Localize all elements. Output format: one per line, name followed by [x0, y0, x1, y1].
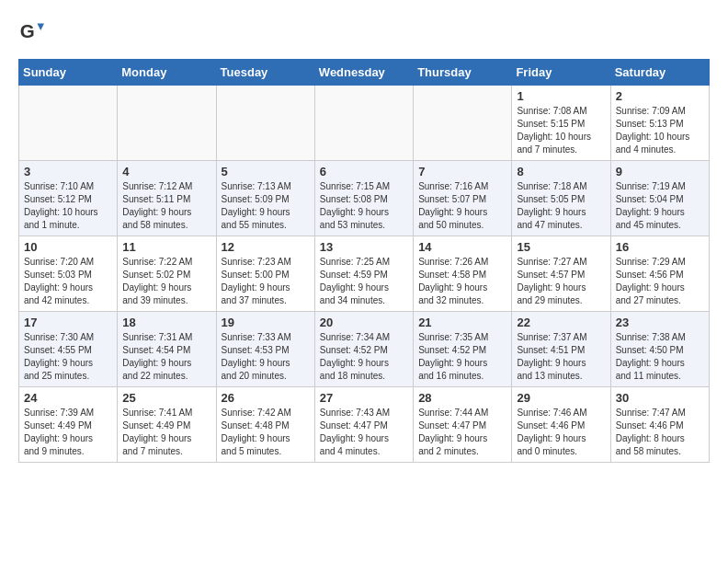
day-number: 13 — [320, 240, 408, 254]
weekday-header: Sunday — [19, 60, 118, 86]
day-number: 25 — [122, 391, 210, 405]
day-info: Sunrise: 7:39 AM Sunset: 4:49 PM Dayligh… — [24, 407, 112, 458]
calendar-cell: 23Sunrise: 7:38 AM Sunset: 4:50 PM Dayli… — [610, 312, 709, 387]
day-info: Sunrise: 7:35 AM Sunset: 4:52 PM Dayligh… — [418, 331, 506, 383]
day-info: Sunrise: 7:22 AM Sunset: 5:02 PM Dayligh… — [122, 256, 210, 307]
day-number: 21 — [418, 316, 506, 329]
calendar-cell: 6Sunrise: 7:15 AM Sunset: 5:08 PM Daylig… — [314, 161, 413, 236]
day-number: 23 — [616, 316, 704, 329]
calendar-cell: 29Sunrise: 7:46 AM Sunset: 4:46 PM Dayli… — [512, 387, 610, 463]
day-number: 30 — [616, 391, 704, 405]
day-number: 26 — [222, 391, 310, 405]
logo-icon: G — [18, 18, 44, 44]
day-info: Sunrise: 7:31 AM Sunset: 4:54 PM Dayligh… — [122, 331, 210, 383]
calendar-cell: 4Sunrise: 7:12 AM Sunset: 5:11 PM Daylig… — [118, 161, 216, 236]
calendar-cell — [314, 86, 413, 161]
day-number: 15 — [517, 240, 605, 254]
day-number: 17 — [24, 316, 112, 329]
day-number: 7 — [418, 165, 506, 178]
calendar-cell: 7Sunrise: 7:16 AM Sunset: 5:07 PM Daylig… — [414, 161, 512, 236]
day-info: Sunrise: 7:18 AM Sunset: 5:05 PM Dayligh… — [517, 180, 605, 232]
day-number: 24 — [24, 391, 112, 405]
weekday-header: Monday — [118, 60, 216, 86]
day-number: 8 — [517, 165, 605, 178]
calendar-cell: 16Sunrise: 7:29 AM Sunset: 4:56 PM Dayli… — [610, 236, 709, 312]
calendar-cell: 5Sunrise: 7:13 AM Sunset: 5:09 PM Daylig… — [216, 161, 314, 236]
day-number: 12 — [222, 240, 310, 254]
calendar-week-row: 3Sunrise: 7:10 AM Sunset: 5:12 PM Daylig… — [19, 161, 710, 236]
day-info: Sunrise: 7:46 AM Sunset: 4:46 PM Dayligh… — [517, 407, 605, 458]
calendar-cell: 12Sunrise: 7:23 AM Sunset: 5:00 PM Dayli… — [216, 236, 314, 312]
day-info: Sunrise: 7:13 AM Sunset: 5:09 PM Dayligh… — [222, 180, 310, 232]
day-info: Sunrise: 7:38 AM Sunset: 4:50 PM Dayligh… — [616, 331, 704, 383]
day-number: 19 — [222, 316, 310, 329]
calendar-cell: 22Sunrise: 7:37 AM Sunset: 4:51 PM Dayli… — [512, 312, 610, 387]
day-number: 18 — [122, 316, 210, 329]
day-number: 16 — [616, 240, 704, 254]
calendar-cell: 28Sunrise: 7:44 AM Sunset: 4:47 PM Dayli… — [414, 387, 512, 463]
calendar-cell: 3Sunrise: 7:10 AM Sunset: 5:12 PM Daylig… — [19, 161, 118, 236]
calendar-cell: 17Sunrise: 7:30 AM Sunset: 4:55 PM Dayli… — [19, 312, 118, 387]
calendar-cell: 24Sunrise: 7:39 AM Sunset: 4:49 PM Dayli… — [19, 387, 118, 463]
day-number: 6 — [320, 165, 408, 178]
day-number: 1 — [517, 89, 605, 103]
day-info: Sunrise: 7:08 AM Sunset: 5:15 PM Dayligh… — [517, 105, 605, 156]
day-info: Sunrise: 7:10 AM Sunset: 5:12 PM Dayligh… — [24, 180, 112, 232]
day-number: 3 — [24, 165, 112, 178]
calendar-cell — [118, 86, 216, 161]
day-info: Sunrise: 7:19 AM Sunset: 5:04 PM Dayligh… — [616, 180, 704, 232]
day-info: Sunrise: 7:33 AM Sunset: 4:53 PM Dayligh… — [222, 331, 310, 383]
calendar-cell — [414, 86, 512, 161]
day-info: Sunrise: 7:47 AM Sunset: 4:46 PM Dayligh… — [616, 407, 704, 458]
calendar-cell: 2Sunrise: 7:09 AM Sunset: 5:13 PM Daylig… — [610, 86, 709, 161]
weekday-header: Tuesday — [216, 60, 314, 86]
day-info: Sunrise: 7:42 AM Sunset: 4:48 PM Dayligh… — [222, 407, 310, 458]
calendar-cell — [216, 86, 314, 161]
day-number: 10 — [24, 240, 112, 254]
day-number: 20 — [320, 316, 408, 329]
day-info: Sunrise: 7:15 AM Sunset: 5:08 PM Dayligh… — [320, 180, 408, 232]
day-number: 9 — [616, 165, 704, 178]
day-info: Sunrise: 7:41 AM Sunset: 4:49 PM Dayligh… — [122, 407, 210, 458]
calendar-cell: 26Sunrise: 7:42 AM Sunset: 4:48 PM Dayli… — [216, 387, 314, 463]
day-info: Sunrise: 7:44 AM Sunset: 4:47 PM Dayligh… — [418, 407, 506, 458]
day-info: Sunrise: 7:43 AM Sunset: 4:47 PM Dayligh… — [320, 407, 408, 458]
svg-text:G: G — [20, 20, 35, 41]
calendar-cell: 21Sunrise: 7:35 AM Sunset: 4:52 PM Dayli… — [414, 312, 512, 387]
calendar-cell: 18Sunrise: 7:31 AM Sunset: 4:54 PM Dayli… — [118, 312, 216, 387]
weekday-header: Saturday — [610, 60, 709, 86]
calendar-cell: 15Sunrise: 7:27 AM Sunset: 4:57 PM Dayli… — [512, 236, 610, 312]
day-info: Sunrise: 7:12 AM Sunset: 5:11 PM Dayligh… — [122, 180, 210, 232]
day-info: Sunrise: 7:16 AM Sunset: 5:07 PM Dayligh… — [418, 180, 506, 232]
day-number: 27 — [320, 391, 408, 405]
day-info: Sunrise: 7:25 AM Sunset: 4:59 PM Dayligh… — [320, 256, 408, 307]
day-info: Sunrise: 7:09 AM Sunset: 5:13 PM Dayligh… — [616, 105, 704, 156]
weekday-header: Friday — [512, 60, 610, 86]
calendar-cell: 30Sunrise: 7:47 AM Sunset: 4:46 PM Dayli… — [610, 387, 709, 463]
calendar-cell: 13Sunrise: 7:25 AM Sunset: 4:59 PM Dayli… — [314, 236, 413, 312]
day-info: Sunrise: 7:20 AM Sunset: 5:03 PM Dayligh… — [24, 256, 112, 307]
calendar-cell: 14Sunrise: 7:26 AM Sunset: 4:58 PM Dayli… — [414, 236, 512, 312]
calendar-cell: 11Sunrise: 7:22 AM Sunset: 5:02 PM Dayli… — [118, 236, 216, 312]
day-number: 28 — [418, 391, 506, 405]
header: G — [18, 18, 710, 44]
calendar-cell: 19Sunrise: 7:33 AM Sunset: 4:53 PM Dayli… — [216, 312, 314, 387]
calendar-week-row: 10Sunrise: 7:20 AM Sunset: 5:03 PM Dayli… — [19, 236, 710, 312]
calendar-cell: 27Sunrise: 7:43 AM Sunset: 4:47 PM Dayli… — [314, 387, 413, 463]
calendar-cell: 9Sunrise: 7:19 AM Sunset: 5:04 PM Daylig… — [610, 161, 709, 236]
svg-marker-1 — [38, 24, 44, 30]
calendar-cell: 10Sunrise: 7:20 AM Sunset: 5:03 PM Dayli… — [19, 236, 118, 312]
day-number: 2 — [616, 89, 704, 103]
day-info: Sunrise: 7:23 AM Sunset: 5:00 PM Dayligh… — [222, 256, 310, 307]
calendar-cell: 25Sunrise: 7:41 AM Sunset: 4:49 PM Dayli… — [118, 387, 216, 463]
day-info: Sunrise: 7:27 AM Sunset: 4:57 PM Dayligh… — [517, 256, 605, 307]
day-info: Sunrise: 7:26 AM Sunset: 4:58 PM Dayligh… — [418, 256, 506, 307]
calendar-cell: 8Sunrise: 7:18 AM Sunset: 5:05 PM Daylig… — [512, 161, 610, 236]
calendar-week-row: 1Sunrise: 7:08 AM Sunset: 5:15 PM Daylig… — [19, 86, 710, 161]
logo: G — [18, 18, 48, 44]
calendar-table: SundayMondayTuesdayWednesdayThursdayFrid… — [18, 59, 710, 463]
day-info: Sunrise: 7:29 AM Sunset: 4:56 PM Dayligh… — [616, 256, 704, 307]
day-info: Sunrise: 7:37 AM Sunset: 4:51 PM Dayligh… — [517, 331, 605, 383]
day-info: Sunrise: 7:34 AM Sunset: 4:52 PM Dayligh… — [320, 331, 408, 383]
day-number: 4 — [122, 165, 210, 178]
